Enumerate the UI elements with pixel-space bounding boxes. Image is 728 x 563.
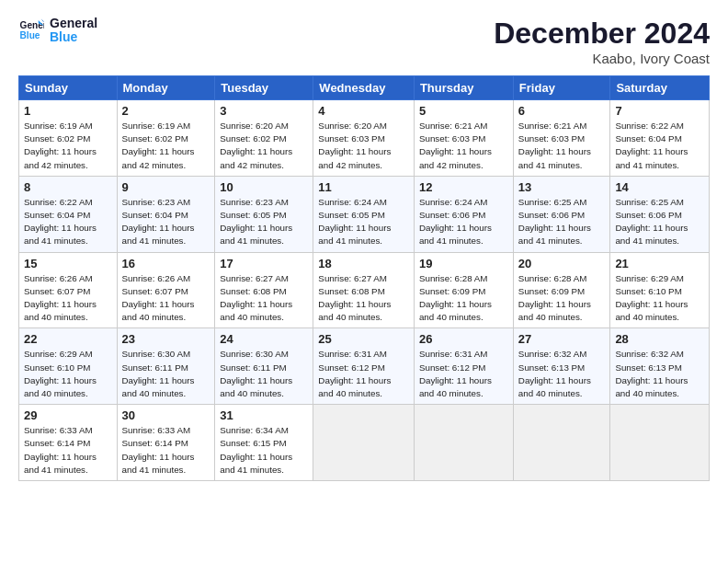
day-number: 28 [615, 332, 704, 346]
day-number: 6 [518, 104, 606, 118]
logo-line1: General [50, 17, 97, 30]
day-info: Sunrise: 6:29 AMSunset: 6:10 PMDaylight:… [615, 272, 704, 325]
subtitle: Kaabo, Ivory Coast [494, 51, 710, 66]
main-title: December 2024 [494, 17, 710, 51]
calendar-cell: 3Sunrise: 6:20 AMSunset: 6:02 PMDaylight… [215, 100, 313, 177]
day-number: 4 [318, 104, 409, 118]
page: General Blue General Blue December 2024 … [0, 0, 728, 563]
day-info: Sunrise: 6:34 AMSunset: 6:15 PMDaylight:… [220, 424, 308, 477]
calendar-week-row: 15Sunrise: 6:26 AMSunset: 6:07 PMDayligh… [19, 252, 710, 328]
day-number: 5 [419, 104, 508, 118]
calendar-cell: 11Sunrise: 6:24 AMSunset: 6:05 PMDayligh… [313, 176, 415, 252]
calendar-cell: 16Sunrise: 6:26 AMSunset: 6:07 PMDayligh… [117, 252, 215, 328]
calendar-cell: 21Sunrise: 6:29 AMSunset: 6:10 PMDayligh… [610, 252, 710, 328]
day-number: 14 [615, 180, 704, 194]
calendar-header-row: SundayMondayTuesdayWednesdayThursdayFrid… [19, 76, 710, 100]
calendar-cell: 17Sunrise: 6:27 AMSunset: 6:08 PMDayligh… [215, 252, 313, 328]
day-info: Sunrise: 6:31 AMSunset: 6:12 PMDaylight:… [419, 348, 508, 400]
day-info: Sunrise: 6:33 AMSunset: 6:14 PMDaylight:… [24, 424, 112, 477]
calendar-cell: 10Sunrise: 6:23 AMSunset: 6:05 PMDayligh… [215, 176, 313, 252]
day-info: Sunrise: 6:29 AMSunset: 6:10 PMDaylight:… [24, 348, 112, 400]
title-block: December 2024 Kaabo, Ivory Coast [494, 17, 710, 66]
day-number: 31 [220, 408, 308, 422]
day-info: Sunrise: 6:25 AMSunset: 6:06 PMDaylight:… [615, 196, 704, 248]
day-number: 15 [24, 257, 112, 270]
day-info: Sunrise: 6:21 AMSunset: 6:03 PMDaylight:… [518, 120, 606, 172]
calendar-cell: 6Sunrise: 6:21 AMSunset: 6:03 PMDaylight… [513, 100, 610, 177]
day-info: Sunrise: 6:27 AMSunset: 6:08 PMDaylight:… [318, 272, 409, 325]
day-number: 22 [24, 332, 112, 346]
day-number: 19 [419, 257, 508, 270]
day-number: 24 [220, 332, 308, 346]
calendar-cell: 25Sunrise: 6:31 AMSunset: 6:12 PMDayligh… [313, 328, 415, 405]
calendar-cell: 27Sunrise: 6:32 AMSunset: 6:13 PMDayligh… [513, 328, 610, 405]
day-number: 8 [24, 180, 112, 194]
day-info: Sunrise: 6:23 AMSunset: 6:05 PMDaylight:… [220, 196, 308, 248]
calendar-cell: 13Sunrise: 6:25 AMSunset: 6:06 PMDayligh… [513, 176, 610, 252]
header-day-monday: Monday [117, 76, 215, 100]
day-number: 27 [518, 332, 606, 346]
header-day-thursday: Thursday [414, 76, 513, 100]
calendar-week-row: 1Sunrise: 6:19 AMSunset: 6:02 PMDaylight… [19, 100, 710, 177]
day-number: 17 [220, 257, 308, 270]
calendar-week-row: 29Sunrise: 6:33 AMSunset: 6:14 PMDayligh… [19, 405, 710, 481]
header: General Blue General Blue December 2024 … [18, 17, 710, 66]
calendar-cell: 20Sunrise: 6:28 AMSunset: 6:09 PMDayligh… [513, 252, 610, 328]
calendar-cell: 8Sunrise: 6:22 AMSunset: 6:04 PMDaylight… [19, 176, 118, 252]
calendar-cell: 30Sunrise: 6:33 AMSunset: 6:14 PMDayligh… [117, 405, 215, 481]
calendar-cell: 18Sunrise: 6:27 AMSunset: 6:08 PMDayligh… [313, 252, 415, 328]
calendar-cell: 14Sunrise: 6:25 AMSunset: 6:06 PMDayligh… [610, 176, 710, 252]
svg-text:Blue: Blue [20, 31, 40, 41]
calendar-cell: 19Sunrise: 6:28 AMSunset: 6:09 PMDayligh… [414, 252, 513, 328]
calendar-cell [513, 405, 610, 481]
day-info: Sunrise: 6:25 AMSunset: 6:06 PMDaylight:… [518, 196, 606, 248]
day-info: Sunrise: 6:20 AMSunset: 6:03 PMDaylight:… [318, 120, 409, 172]
day-info: Sunrise: 6:23 AMSunset: 6:04 PMDaylight:… [122, 196, 210, 248]
day-info: Sunrise: 6:28 AMSunset: 6:09 PMDaylight:… [419, 272, 508, 325]
calendar-cell: 12Sunrise: 6:24 AMSunset: 6:06 PMDayligh… [414, 176, 513, 252]
day-info: Sunrise: 6:22 AMSunset: 6:04 PMDaylight:… [615, 120, 704, 172]
day-number: 2 [122, 104, 210, 118]
day-info: Sunrise: 6:32 AMSunset: 6:13 PMDaylight:… [615, 348, 704, 400]
day-number: 29 [24, 408, 112, 422]
day-number: 30 [122, 408, 210, 422]
header-day-tuesday: Tuesday [215, 76, 313, 100]
day-info: Sunrise: 6:20 AMSunset: 6:02 PMDaylight:… [220, 120, 308, 172]
day-info: Sunrise: 6:26 AMSunset: 6:07 PMDaylight:… [24, 272, 112, 325]
calendar-cell: 24Sunrise: 6:30 AMSunset: 6:11 PMDayligh… [215, 328, 313, 405]
day-number: 16 [122, 257, 210, 270]
day-number: 9 [122, 180, 210, 194]
logo: General Blue General Blue [18, 17, 97, 45]
calendar-week-row: 22Sunrise: 6:29 AMSunset: 6:10 PMDayligh… [19, 328, 710, 405]
calendar-cell [610, 405, 710, 481]
day-number: 7 [615, 104, 704, 118]
calendar-cell [414, 405, 513, 481]
day-info: Sunrise: 6:19 AMSunset: 6:02 PMDaylight:… [24, 120, 112, 172]
calendar-cell: 28Sunrise: 6:32 AMSunset: 6:13 PMDayligh… [610, 328, 710, 405]
logo-icon: General Blue [18, 17, 44, 43]
header-day-wednesday: Wednesday [313, 76, 415, 100]
day-number: 20 [518, 257, 606, 270]
logo-line2: Blue [50, 30, 97, 44]
day-info: Sunrise: 6:24 AMSunset: 6:05 PMDaylight:… [318, 196, 409, 248]
calendar-cell: 26Sunrise: 6:31 AMSunset: 6:12 PMDayligh… [414, 328, 513, 405]
calendar-cell: 7Sunrise: 6:22 AMSunset: 6:04 PMDaylight… [610, 100, 710, 177]
calendar: SundayMondayTuesdayWednesdayThursdayFrid… [18, 75, 710, 481]
calendar-cell: 15Sunrise: 6:26 AMSunset: 6:07 PMDayligh… [19, 252, 118, 328]
svg-text:General: General [20, 21, 44, 31]
calendar-cell: 5Sunrise: 6:21 AMSunset: 6:03 PMDaylight… [414, 100, 513, 177]
day-info: Sunrise: 6:21 AMSunset: 6:03 PMDaylight:… [419, 120, 508, 172]
calendar-cell: 1Sunrise: 6:19 AMSunset: 6:02 PMDaylight… [19, 100, 118, 177]
calendar-cell: 31Sunrise: 6:34 AMSunset: 6:15 PMDayligh… [215, 405, 313, 481]
header-day-friday: Friday [513, 76, 610, 100]
day-number: 18 [318, 257, 409, 270]
calendar-cell: 2Sunrise: 6:19 AMSunset: 6:02 PMDaylight… [117, 100, 215, 177]
calendar-cell: 4Sunrise: 6:20 AMSunset: 6:03 PMDaylight… [313, 100, 415, 177]
day-number: 26 [419, 332, 508, 346]
day-info: Sunrise: 6:31 AMSunset: 6:12 PMDaylight:… [318, 348, 409, 400]
day-info: Sunrise: 6:19 AMSunset: 6:02 PMDaylight:… [122, 120, 210, 172]
header-day-sunday: Sunday [19, 76, 118, 100]
day-info: Sunrise: 6:22 AMSunset: 6:04 PMDaylight:… [24, 196, 112, 248]
day-info: Sunrise: 6:24 AMSunset: 6:06 PMDaylight:… [419, 196, 508, 248]
calendar-week-row: 8Sunrise: 6:22 AMSunset: 6:04 PMDaylight… [19, 176, 710, 252]
